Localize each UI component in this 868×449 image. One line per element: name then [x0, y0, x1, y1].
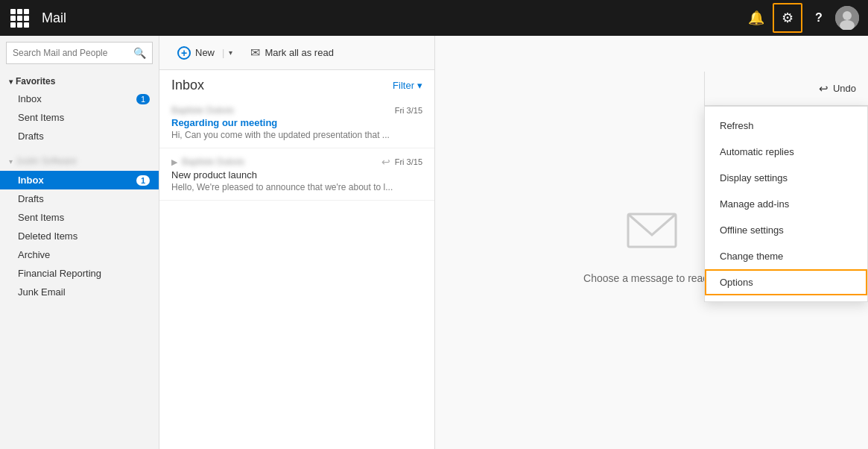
search-input[interactable]: [13, 48, 129, 58]
favorites-section: ▾ Favorites Inbox 1 Sent Items Drafts: [0, 70, 159, 148]
expand-icon: ▶: [171, 157, 177, 167]
email-preview: Hello, We're pleased to announce that we…: [171, 182, 422, 192]
email-subject: New product launch: [171, 169, 422, 180]
sidebar-item-label: Inbox: [18, 175, 44, 186]
sidebar-item-deleted[interactable]: Deleted Items: [0, 227, 159, 245]
svg-point-1: [843, 11, 852, 20]
filter-button[interactable]: Filter ▾: [393, 80, 422, 91]
app-title: Mail: [36, 10, 735, 26]
menu-item-offline-settings[interactable]: Offline settings: [705, 217, 867, 243]
reading-pane-envelope-icon: [622, 201, 682, 260]
menu-item-manage-addins[interactable]: Manage add-ins: [705, 191, 867, 217]
favorites-header[interactable]: ▾ Favorites: [0, 73, 159, 90]
email-item-0[interactable]: Baptiste Dubois Fri 3/15 Regarding our m…: [159, 98, 434, 148]
toolbar-divider: |: [222, 47, 224, 58]
sidebar-item-label: Sent Items: [18, 212, 64, 223]
undo-button[interactable]: ↩ Undo: [819, 82, 856, 95]
email-date: Fri 3/15: [395, 106, 422, 115]
sidebar-item-label: Deleted Items: [18, 230, 77, 242]
undo-label: Undo: [833, 83, 856, 94]
notification-button[interactable]: 🔔: [741, 3, 771, 33]
email-date: Fri 3/15: [395, 157, 422, 166]
undo-icon: ↩: [819, 82, 829, 95]
sidebar-item-label: Junk Email: [18, 286, 66, 298]
settings-button[interactable]: ⚙: [773, 3, 802, 33]
reading-pane-message: Choose a message to read it.: [583, 272, 720, 284]
sidebar-item-label: Drafts: [18, 131, 44, 142]
email-item-1[interactable]: ▶ Baptiste Dubois ↩ Fri 3/15 New product…: [159, 148, 434, 201]
account-chevron: ▾: [9, 157, 13, 166]
account-header[interactable]: ▾ Justin Software: [0, 151, 159, 171]
inbox-title: Inbox: [171, 78, 204, 93]
email-sender: Baptiste Dubois: [171, 105, 234, 116]
menu-item-options[interactable]: Options: [705, 269, 867, 295]
sidebar: 🔍 ▾ Favorites Inbox 1 Sent Items Drafts …: [0, 36, 159, 449]
search-icon[interactable]: 🔍: [133, 47, 146, 59]
email-list-panel: + New | ▾ ✉ Mark all as read Inbox Filte…: [159, 36, 435, 449]
topbar-right: 🔔 ⚙ ?: [741, 3, 859, 33]
new-button[interactable]: + New: [171, 43, 221, 63]
email-sender-row: ▶ Baptiste Dubois ↩ Fri 3/15: [171, 156, 422, 168]
grid-icon[interactable]: [9, 7, 30, 28]
sidebar-item-label: Inbox: [18, 93, 42, 104]
menu-item-display-settings[interactable]: Display settings: [705, 165, 867, 191]
menu-item-refresh[interactable]: Refresh: [705, 113, 867, 139]
sidebar-item-label: Drafts: [18, 193, 44, 204]
email-sender-row: Baptiste Dubois Fri 3/15: [171, 105, 422, 116]
search-box[interactable]: 🔍: [6, 42, 153, 64]
filter-chevron-icon: ▾: [417, 80, 422, 91]
mark-all-read-button[interactable]: ✉ Mark all as read: [244, 43, 339, 63]
sidebar-item-inbox[interactable]: Inbox 1: [0, 171, 159, 189]
email-toolbar: + New | ▾ ✉ Mark all as read: [159, 36, 434, 70]
filter-label: Filter: [393, 80, 414, 91]
sidebar-item-drafts[interactable]: Drafts: [0, 189, 159, 208]
menu-item-change-theme[interactable]: Change theme: [705, 243, 867, 269]
favorites-label: Favorites: [16, 76, 55, 87]
new-dropdown-button[interactable]: ▾: [226, 45, 235, 60]
sidebar-item-label: Financial Reporting: [18, 268, 101, 279]
sidebar-item-archive[interactable]: Archive: [0, 245, 159, 264]
sidebar-item-sent[interactable]: Sent Items: [0, 208, 159, 227]
sidebar-item-label: Sent Items: [18, 112, 64, 123]
inbox-fav-badge: 1: [136, 94, 150, 104]
email-list-header: Inbox Filter ▾: [159, 70, 434, 98]
inbox-badge: 1: [136, 175, 150, 186]
sidebar-item-inbox-fav[interactable]: Inbox 1: [0, 90, 159, 108]
envelope-icon: ✉: [250, 45, 260, 60]
main-layout: 🔍 ▾ Favorites Inbox 1 Sent Items Drafts …: [0, 36, 868, 449]
sidebar-item-junk[interactable]: Junk Email: [0, 283, 159, 301]
sidebar-item-label: Archive: [18, 249, 50, 260]
favorites-chevron: ▾: [9, 78, 13, 86]
help-button[interactable]: ?: [804, 3, 834, 33]
email-subject: Regarding our meeting: [171, 117, 422, 128]
new-label: New: [195, 47, 215, 58]
reply-icon: ↩: [381, 156, 390, 168]
avatar[interactable]: [835, 6, 859, 30]
account-label: Justin Software: [16, 156, 77, 166]
topbar: Mail 🔔 ⚙ ?: [0, 0, 868, 36]
account-section: ▾ Justin Software Inbox 1 Drafts Sent It…: [0, 148, 159, 304]
sidebar-item-drafts-fav[interactable]: Drafts: [0, 127, 159, 145]
dropdown-overlay: ↩ Undo Refresh Automatic replies Display…: [704, 72, 868, 302]
sidebar-item-financial[interactable]: Financial Reporting: [0, 264, 159, 283]
settings-dropdown-menu: Refresh Automatic replies Display settin…: [704, 106, 868, 302]
new-plus-icon: +: [177, 46, 191, 60]
menu-item-auto-replies[interactable]: Automatic replies: [705, 139, 867, 165]
email-preview: Hi, Can you come with the updated presen…: [171, 130, 422, 140]
mark-read-label: Mark all as read: [264, 47, 333, 58]
email-sender: Baptiste Dubois: [182, 157, 244, 167]
sidebar-item-sent-fav[interactable]: Sent Items: [0, 108, 159, 127]
